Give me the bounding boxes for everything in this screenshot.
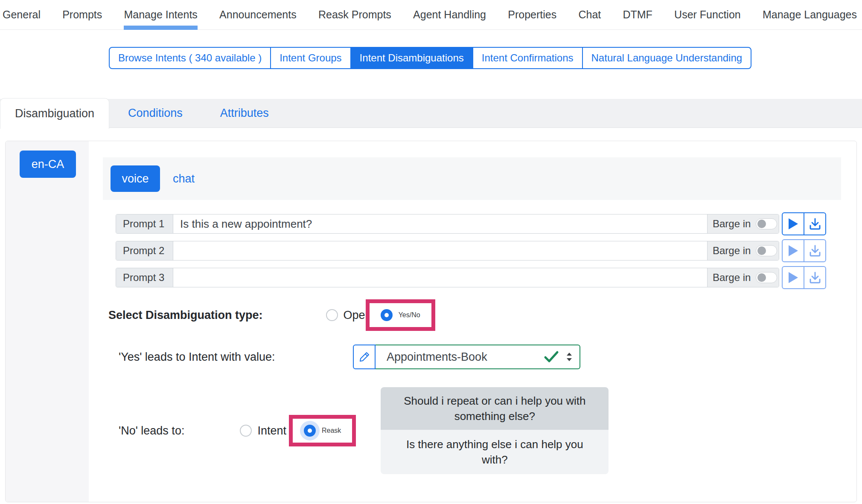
nav-item-prompts[interactable]: Prompts	[62, 0, 102, 30]
intent-radio[interactable]	[240, 425, 252, 437]
play-icon	[789, 218, 798, 229]
prompt-2-audio-buttons	[782, 239, 826, 262]
language-sidebar: en-CA	[6, 141, 89, 502]
tab-attributes[interactable]: Attributes	[201, 98, 288, 127]
prompt-2-barge-cell: Barge in	[707, 241, 779, 260]
prompt-1-barge-cell: Barge in	[707, 214, 779, 233]
reask-prompt-2-text: Is there anything else i can help you wi…	[381, 430, 609, 474]
radio-option-intent: Intent	[240, 424, 286, 437]
no-leads-row: 'No' leads to: Intent Reask Should i rep…	[119, 387, 841, 474]
play-icon	[789, 245, 798, 256]
play-icon	[789, 272, 798, 283]
panel-content: voice chat Prompt 1 Barge in	[89, 141, 856, 502]
disambiguation-panel: en-CA voice chat Prompt 1 Barge in	[5, 141, 857, 502]
channel-strip: voice chat	[103, 157, 841, 200]
tab-disambiguation[interactable]: Disambiguation	[0, 98, 109, 129]
download-button[interactable]	[804, 212, 826, 235]
radio-option-open: Open	[326, 309, 372, 322]
toggle-knob-icon	[757, 246, 766, 255]
prompt-2-input[interactable]	[173, 241, 707, 260]
nav-item-user-function[interactable]: User Function	[674, 0, 741, 30]
intent-confirmations-button[interactable]: Intent Confirmations	[472, 47, 583, 69]
open-radio[interactable]	[326, 309, 338, 321]
prompt-3-audio-buttons	[782, 266, 826, 289]
toggle-knob-icon	[757, 273, 766, 282]
channel-tab-voice[interactable]: voice	[111, 165, 160, 192]
nav-item-reask-prompts[interactable]: Reask Prompts	[318, 0, 391, 30]
barge-in-toggle[interactable]	[756, 272, 777, 283]
nav-item-properties[interactable]: Properties	[508, 0, 556, 30]
play-button[interactable]	[782, 212, 804, 235]
prompt-2-box: Prompt 2 Barge in	[116, 241, 779, 261]
barge-in-toggle[interactable]	[756, 245, 777, 256]
disambiguation-type-label: Select Disambiguation type:	[108, 309, 263, 322]
prompt-3-barge-cell: Barge in	[707, 268, 779, 287]
toggle-knob-icon	[757, 220, 766, 228]
valid-check-icon	[544, 350, 559, 363]
barge-in-toggle[interactable]	[756, 218, 777, 229]
barge-in-label: Barge in	[713, 272, 751, 284]
disambiguation-type-row: Select Disambiguation type: Open Yes/No	[108, 299, 841, 331]
yes-no-highlight-box: Yes/No	[366, 299, 435, 331]
prompt-3-box: Prompt 3 Barge in	[116, 268, 779, 287]
intent-groups-button[interactable]: Intent Groups	[270, 47, 351, 69]
barge-in-label: Barge in	[713, 245, 751, 257]
download-button[interactable]	[804, 239, 826, 262]
play-button[interactable]	[782, 239, 804, 262]
language-button-en-ca[interactable]: en-CA	[20, 151, 76, 178]
nav-item-manage-intents[interactable]: Manage Intents	[124, 0, 197, 30]
natural-language-understanding-button[interactable]: Natural Language Understanding	[582, 47, 752, 69]
download-icon	[808, 271, 822, 284]
tab-conditions[interactable]: Conditions	[109, 98, 201, 127]
nav-item-agent-handling[interactable]: Agent Handling	[413, 0, 486, 30]
barge-in-label: Barge in	[713, 218, 751, 230]
download-button[interactable]	[804, 266, 826, 289]
channel-tab-chat[interactable]: chat	[173, 172, 195, 185]
prompt-1-input[interactable]	[173, 214, 707, 233]
reask-prompt-1-text: Should i repeat or can i help you with s…	[381, 387, 609, 430]
prompt-3-label: Prompt 3	[116, 268, 173, 287]
yes-intent-picker: Appointments-Book	[353, 345, 580, 369]
prompt-list: Prompt 1 Barge in	[116, 214, 841, 287]
prompt-1-label: Prompt 1	[116, 214, 173, 233]
yes-intent-select[interactable]: Appointments-Book	[376, 345, 580, 369]
yes-no-radio[interactable]	[381, 309, 393, 321]
top-navigation: General Prompts Manage Intents Announcem…	[0, 0, 862, 30]
select-arrows-icon	[566, 352, 573, 362]
download-icon	[808, 217, 822, 231]
nav-item-chat[interactable]: Chat	[578, 0, 601, 30]
prompt-1-box: Prompt 1 Barge in	[116, 214, 779, 234]
prompt-row-3: Prompt 3 Barge in	[116, 268, 841, 287]
no-leads-label: 'No' leads to:	[119, 424, 184, 437]
yes-intent-value: Appointments-Book	[387, 350, 537, 364]
intent-radio-label: Intent	[257, 424, 286, 437]
download-icon	[808, 244, 822, 258]
reask-radio-label: Reask	[322, 427, 341, 434]
prompt-3-input[interactable]	[173, 268, 707, 287]
nav-item-manage-languages[interactable]: Manage Languages	[763, 0, 857, 30]
disambiguation-tabbar: Disambiguation Conditions Attributes	[0, 99, 862, 128]
intent-disambiguations-button[interactable]: Intent Disambiguations	[350, 47, 473, 69]
nav-item-dtmf[interactable]: DTMF	[623, 0, 652, 30]
nav-item-announcements[interactable]: Announcements	[219, 0, 297, 30]
prompt-row-2: Prompt 2 Barge in	[116, 241, 841, 261]
reask-prompt-preview: Should i repeat or can i help you with s…	[381, 387, 609, 474]
prompt-1-audio-buttons	[782, 212, 826, 235]
nav-item-general[interactable]: General	[3, 0, 41, 30]
prompt-2-label: Prompt 2	[116, 241, 173, 260]
pencil-icon	[358, 351, 370, 363]
reask-highlight-box: Reask	[289, 415, 356, 446]
reask-radio[interactable]	[304, 425, 316, 437]
intent-section-button-group: Browse Intents ( 340 available ) Intent …	[109, 47, 751, 69]
browse-intents-button[interactable]: Browse Intents ( 340 available )	[109, 47, 271, 69]
prompt-row-1: Prompt 1 Barge in	[116, 214, 841, 234]
yes-no-radio-label: Yes/No	[399, 311, 420, 319]
play-button[interactable]	[782, 266, 804, 289]
yes-leads-row: 'Yes' leads to Intent with value: Appoin…	[119, 345, 841, 369]
edit-intent-button[interactable]	[353, 345, 376, 369]
yes-leads-label: 'Yes' leads to Intent with value:	[119, 350, 353, 364]
